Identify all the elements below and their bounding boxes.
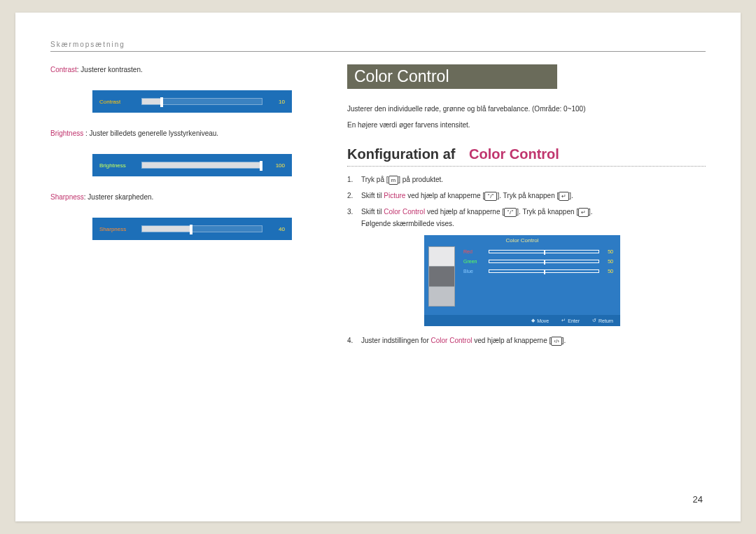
text: ved hjælp af knapperne [ (472, 337, 551, 344)
colorcontrol-keyword: Color Control (431, 337, 472, 344)
page-number: 24 (693, 494, 703, 505)
osd-footer: ◆ Move ↵ Enter ↺ Return (424, 315, 620, 326)
slider-value: 10 (270, 99, 285, 105)
step-text: Juster indstillingen for Color Control v… (361, 335, 706, 346)
picture-keyword: Picture (384, 192, 405, 199)
step-text: Tryk på [m] på produktet. (361, 174, 706, 185)
slider-fill (142, 162, 262, 168)
updown-icon: ˄/˅ (504, 208, 517, 217)
configuration-heading: Konfiguration af Color Control (347, 146, 706, 167)
brightness-description: Brightness : Juster billedets generelle … (50, 128, 309, 139)
osd-side-thumbs (428, 246, 455, 307)
text: ]. (569, 192, 573, 199)
thumb (429, 287, 454, 306)
subheading-prefix: Konfiguration af (347, 146, 455, 162)
contrast-slider: Contrast 10 (92, 90, 292, 113)
text: Juster indstillingen for (361, 337, 431, 344)
steps-list: 1. Tryk på [m] på produktet. 2. Skift ti… (347, 174, 706, 230)
osd-rows: Red 50 Green 50 Blue 50 (463, 246, 613, 276)
osd-row-value: 50 (603, 249, 613, 254)
arrow-up-icon (189, 149, 196, 153)
intro-para-2: En højere værdi øger farvens intensitet. (347, 119, 706, 131)
osd-row-label: Red (463, 249, 484, 254)
step-2: 2. Skift til Picture ved hjælp af knappe… (347, 190, 706, 202)
document-page: Skærmopsætning Contrast: Justerer kontra… (15, 13, 741, 521)
slider-bar: Sharpness 40 (92, 218, 292, 240)
step-number: 4. (347, 335, 357, 346)
osd-row-red: Red 50 (463, 246, 613, 256)
contrast-term: Contrast (50, 66, 77, 73)
osd-slider-track (489, 260, 599, 263)
brightness-text: : Juster billedets generelle lysstyrkeni… (83, 129, 218, 137)
step-number: 3. (347, 206, 357, 230)
osd-title: Color Control (424, 235, 620, 246)
slider-bar: Brightness 100 (92, 154, 292, 176)
osd-row-value: 50 (603, 259, 613, 264)
slider-track (141, 162, 262, 169)
text: ]. (562, 337, 566, 344)
color-control-title: Color Control (347, 64, 557, 89)
osd-return-hint: ↺ Return (592, 318, 613, 323)
text: Enter (568, 318, 580, 323)
arrow-down-icon (189, 177, 196, 181)
osd-enter-hint: ↵ Enter (561, 318, 580, 323)
thumb (429, 267, 454, 286)
menu-icon: m (388, 176, 399, 185)
two-column-layout: Contrast: Justerer kontrasten. Contrast … (50, 64, 706, 351)
osd-slider-track (489, 269, 599, 273)
slider-handle (190, 225, 192, 234)
contrast-description: Contrast: Justerer kontrasten. (50, 64, 309, 75)
step-number: 2. (347, 190, 357, 202)
text: ]. Tryk på knappen [ (497, 192, 559, 199)
colorcontrol-keyword: Color Control (384, 208, 425, 216)
slider-value: 100 (270, 162, 285, 169)
brightness-slider: Brightness 100 (92, 154, 292, 176)
slider-track (141, 98, 262, 105)
sharpness-text: : Justerer skarpheden. (84, 193, 154, 201)
slider-fill (142, 99, 160, 104)
slider-fill (142, 226, 190, 232)
arrow-up-icon (189, 213, 196, 217)
updown-icon: ˄/˅ (484, 192, 497, 201)
color-control-osd-preview: Color Control Red 50 Green 50 (424, 235, 620, 326)
text: ] på produktet. (398, 176, 443, 183)
section-header: Skærmopsætning (50, 41, 706, 52)
column-left: Contrast: Justerer kontrasten. Contrast … (50, 64, 309, 351)
text: Move (537, 318, 549, 323)
sharpness-term: Sharpness (50, 193, 84, 201)
text: Skift til (361, 208, 384, 216)
sharpness-description: Sharpness: Justerer skarpheden. (50, 192, 309, 202)
text: ]. (589, 208, 593, 216)
osd-row-value: 50 (603, 269, 613, 274)
osd-slider-track (489, 250, 599, 253)
brightness-term: Brightness (50, 129, 83, 137)
osd-row-label: Blue (463, 269, 484, 274)
slider-handle (260, 161, 262, 171)
intro-para-1: Justerer den individuelle røde, grønne o… (347, 103, 706, 115)
text: Return (598, 318, 613, 323)
slider-label: Brightness (99, 162, 141, 169)
text: ]. Tryk på knappen [ (517, 208, 578, 216)
steps-list-cont: 4. Juster indstillingen for Color Contro… (347, 335, 706, 346)
osd-row-green: Green 50 (463, 256, 613, 266)
slider-track (141, 225, 262, 232)
step-4: 4. Juster indstillingen for Color Contro… (347, 335, 706, 346)
step-text: Skift til Color Control ved hjælp af kna… (361, 206, 706, 230)
text: ved hjælp af knapperne [ (405, 192, 484, 199)
subheading-accent: Color Control (469, 146, 559, 162)
enter-icon: ↵ (578, 208, 589, 217)
column-right: Color Control Justerer den individuelle … (347, 64, 706, 351)
arrow-down-icon (189, 113, 196, 118)
step-3: 3. Skift til Color Control ved hjælp af … (347, 206, 706, 230)
thumb (429, 247, 454, 267)
slider-handle (160, 97, 163, 107)
osd-move-hint: ◆ Move (531, 318, 549, 323)
contrast-text: : Justerer kontrasten. (77, 66, 143, 73)
slider-bar: Contrast 10 (92, 90, 292, 113)
slider-value: 40 (270, 226, 285, 232)
sharpness-slider: Sharpness 40 (92, 218, 292, 240)
slider-label: Contrast (99, 99, 141, 105)
arrow-down-icon (189, 241, 196, 245)
slider-label: Sharpness (99, 226, 141, 232)
text: Skift til (361, 192, 384, 199)
